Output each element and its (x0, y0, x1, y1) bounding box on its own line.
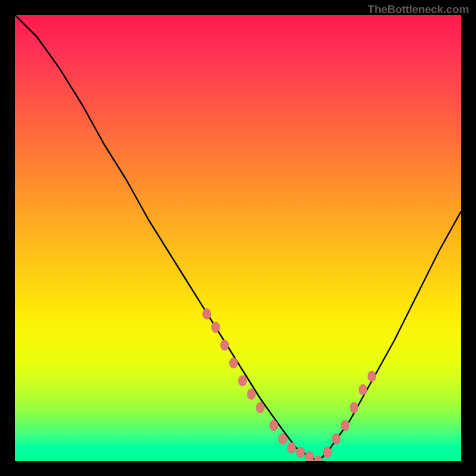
data-marker (341, 420, 349, 431)
data-marker (270, 420, 278, 431)
data-marker (314, 456, 322, 461)
data-marker (212, 322, 220, 333)
chart-svg (15, 15, 461, 461)
data-marker (296, 447, 305, 458)
data-marker (230, 358, 238, 368)
data-marker (278, 434, 287, 444)
data-marker (221, 340, 229, 350)
data-marker (332, 434, 340, 444)
data-marker (305, 452, 314, 462)
data-marker (287, 443, 296, 453)
watermark-text: TheBottleneck.com (368, 3, 469, 16)
data-marker (239, 375, 247, 386)
chart-frame: TheBottleneck.com (0, 0, 476, 476)
plot-area (15, 15, 461, 461)
data-marker (350, 402, 358, 413)
curve-path (15, 15, 461, 461)
bottleneck-curve (15, 15, 461, 461)
data-marker (368, 371, 376, 382)
data-marker (359, 384, 367, 395)
data-marker (323, 447, 331, 458)
data-marker (256, 402, 265, 413)
data-marker (203, 309, 211, 320)
data-marker (248, 389, 256, 400)
